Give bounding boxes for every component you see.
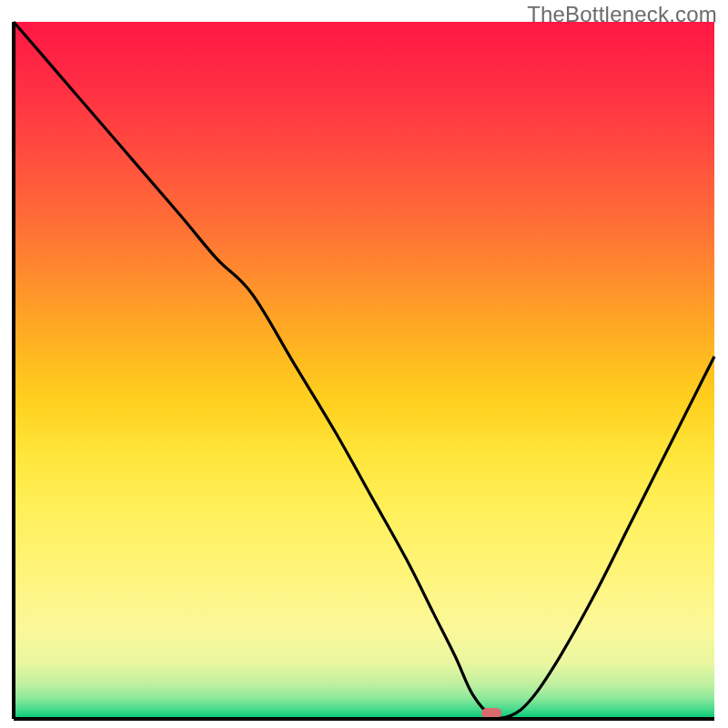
chart-container: TheBottleneck.com <box>0 0 728 728</box>
optimum-marker <box>481 708 501 718</box>
chart-svg <box>0 0 728 728</box>
watermark-label: TheBottleneck.com <box>527 2 717 27</box>
chart-background <box>14 22 714 719</box>
